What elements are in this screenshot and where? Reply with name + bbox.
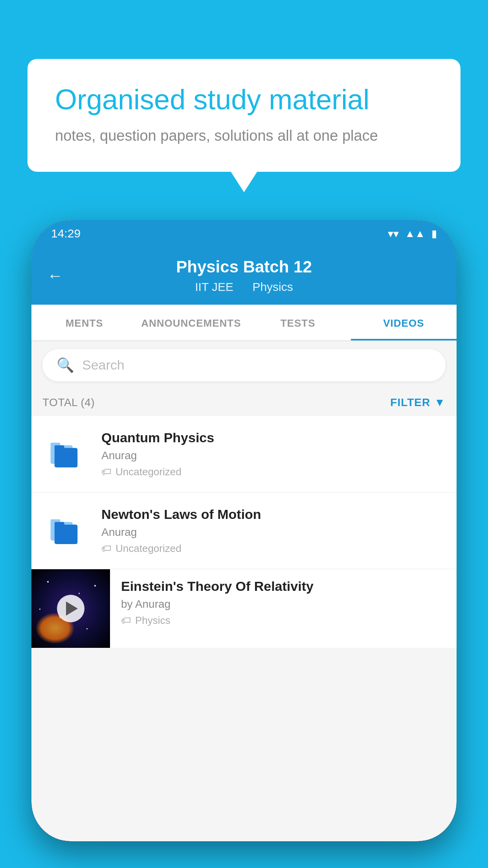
bubble-title: Organised study material — [55, 83, 433, 116]
bubble-subtitle: notes, question papers, solutions all at… — [55, 127, 433, 144]
svg-rect-6 — [55, 524, 78, 544]
header-title: Physics Batch 12 — [47, 256, 441, 278]
video-thumbnail — [31, 569, 110, 648]
video-list: Quantum Physics Anurag 🏷 Uncategorized — [31, 416, 457, 648]
video-tag: 🏷 Uncategorized — [101, 466, 446, 478]
video-author: by Anurag — [121, 598, 446, 611]
tag-icon: 🏷 — [101, 542, 112, 555]
video-info: Einstein's Theory Of Relativity by Anura… — [110, 569, 457, 636]
video-title: Einstein's Theory Of Relativity — [121, 579, 446, 594]
video-title: Newton's Laws of Motion — [101, 507, 446, 522]
speech-bubble-container: Organised study material notes, question… — [28, 59, 460, 172]
svg-rect-7 — [55, 522, 64, 526]
status-icons: ▾▾ ▲▲ ▮ — [388, 227, 437, 240]
video-tag: 🏷 Physics — [121, 614, 446, 627]
folder-icon — [48, 436, 84, 473]
filter-funnel-icon: ▼ — [434, 396, 446, 409]
filter-label: FILTER — [390, 396, 430, 409]
tab-tests[interactable]: TESTS — [245, 305, 350, 340]
filter-bar: TOTAL (4) FILTER ▼ — [31, 389, 457, 416]
play-triangle-icon — [66, 601, 78, 616]
phone-frame: 14:29 ▾▾ ▲▲ ▮ ← Physics Batch 12 IIT JEE… — [31, 220, 457, 841]
list-item[interactable]: Einstein's Theory Of Relativity by Anura… — [31, 569, 457, 648]
search-input-wrapper[interactable]: 🔍 Search — [42, 349, 446, 381]
file-icon-container — [42, 507, 90, 554]
list-item[interactable]: Quantum Physics Anurag 🏷 Uncategorized — [31, 416, 457, 493]
video-tag: 🏷 Uncategorized — [101, 542, 446, 555]
video-author: Anurag — [101, 526, 446, 539]
tag-label: Uncategorized — [116, 542, 182, 555]
signal-icon: ▲▲ — [405, 228, 425, 240]
search-container: 🔍 Search — [31, 341, 457, 389]
search-placeholder: Search — [82, 357, 125, 373]
search-icon: 🔍 — [57, 357, 74, 373]
wifi-icon: ▾▾ — [388, 227, 399, 240]
video-title: Quantum Physics — [101, 430, 446, 445]
status-bar: 14:29 ▾▾ ▲▲ ▮ — [31, 220, 457, 247]
list-item[interactable]: Newton's Laws of Motion Anurag 🏷 Uncateg… — [31, 493, 457, 569]
header-iitjee: IIT JEE — [195, 280, 233, 293]
filter-button[interactable]: FILTER ▼ — [390, 396, 446, 409]
app-header: ← Physics Batch 12 IIT JEE Physics — [31, 247, 457, 305]
svg-rect-2 — [55, 448, 78, 467]
header-subtitle: IIT JEE Physics — [47, 280, 441, 294]
battery-icon: ▮ — [431, 228, 437, 240]
video-info: Quantum Physics Anurag 🏷 Uncategorized — [101, 430, 446, 478]
tab-announcements[interactable]: ANNOUNCEMENTS — [137, 305, 245, 340]
video-author: Anurag — [101, 449, 446, 462]
phone-screen: 14:29 ▾▾ ▲▲ ▮ ← Physics Batch 12 IIT JEE… — [31, 220, 457, 841]
tab-ments[interactable]: MENTS — [31, 305, 137, 340]
svg-rect-3 — [55, 445, 64, 449]
play-button[interactable] — [57, 595, 84, 622]
folder-icon — [48, 512, 84, 549]
back-button[interactable]: ← — [47, 267, 63, 285]
tag-label: Physics — [135, 614, 171, 627]
total-count: TOTAL (4) — [42, 396, 95, 409]
tag-icon: 🏷 — [121, 614, 131, 627]
file-icon-container — [42, 430, 90, 478]
tag-icon: 🏷 — [101, 466, 112, 478]
tab-videos[interactable]: VIDEOS — [351, 305, 457, 340]
tabs: MENTS ANNOUNCEMENTS TESTS VIDEOS — [31, 305, 457, 341]
speech-bubble: Organised study material notes, question… — [28, 59, 460, 172]
header-physics: Physics — [252, 280, 293, 293]
status-time: 14:29 — [51, 227, 81, 240]
video-info: Newton's Laws of Motion Anurag 🏷 Uncateg… — [101, 507, 446, 555]
tag-label: Uncategorized — [116, 466, 182, 478]
